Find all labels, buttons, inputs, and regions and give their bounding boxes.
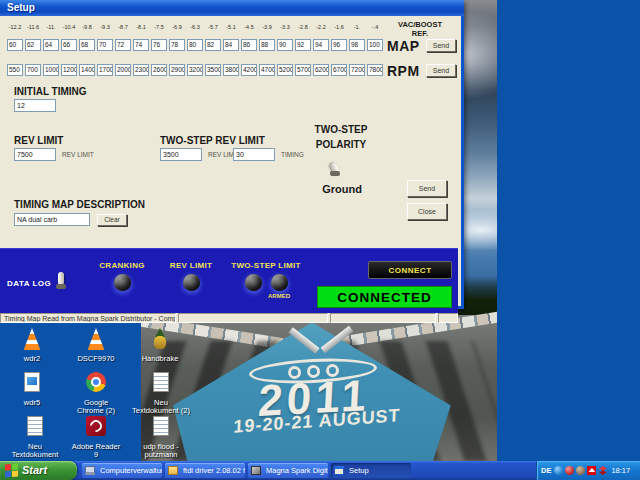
vlc-cone-icon [84,328,108,352]
connect-button[interactable]: CONNECT [368,261,452,279]
rpm-cell-input[interactable]: 550 [7,64,23,76]
rpm-cell-input[interactable]: 5200 [277,64,293,76]
desktop: { "window": { "title": "Setup", "vac_ref… [0,0,640,480]
polarity-toggle-switch[interactable] [327,158,343,178]
taskbar-item-computerverwaltung[interactable]: Computerverwaltung [82,463,162,478]
data-log-toggle-switch[interactable] [53,271,69,291]
map-cell-input[interactable]: 84 [223,39,239,51]
map-cell-input[interactable]: 86 [241,39,257,51]
vac-boost-value: -11.6 [25,24,41,30]
map-cell-input[interactable]: 68 [79,39,95,51]
vac-boost-value: -5.1 [223,24,239,30]
rpm-cell-input[interactable]: 2000 [115,64,131,76]
rpm-cell-input[interactable]: 700 [25,64,41,76]
desktop-icon-neu-textdokument[interactable]: Neu Textdokument [6,416,64,459]
rev-limit-input[interactable]: 7500 [14,148,56,161]
tray-security-icon[interactable] [565,466,574,475]
start-button[interactable]: Start [0,461,77,480]
vac-boost-value: -3.9 [259,24,275,30]
two-step-timing-input[interactable]: 30 [233,148,275,161]
map-cell-input[interactable]: 92 [295,39,311,51]
vac-boost-value: -9.8 [79,24,95,30]
map-cell-input[interactable]: 60 [7,39,23,51]
rpm-cell-input[interactable]: 7200 [349,64,365,76]
send-button[interactable]: Send [407,180,447,197]
rpm-cell-input[interactable]: 2900 [169,64,185,76]
rpm-cell-input[interactable]: 7800 [367,64,383,76]
language-indicator[interactable]: DE [541,466,551,475]
taskbar-clock[interactable]: 18:17 [611,466,630,475]
rpm-send-button[interactable]: Send [426,64,456,77]
tray-app-icon[interactable] [576,466,585,475]
rev-limit-label: REV LIMIT [14,135,63,146]
rpm-cell-input[interactable]: 1000 [43,64,59,76]
map-cell-input[interactable]: 80 [187,39,203,51]
window-titlebar[interactable]: Setup [0,0,464,16]
rpm-cell-input[interactable]: 2300 [133,64,149,76]
status-bar: Timing Map Read from Magna Spark Distrib… [0,313,458,323]
handbrake-pineapple-icon [148,328,172,352]
desktop-icon-wdr5[interactable]: wdr5 [6,372,58,407]
rev-limit-field-label: REV LIMIT [62,151,94,158]
tray-antivirus-icon[interactable] [587,466,596,475]
desktop-icon-handbrake[interactable]: Handbrake [134,328,186,363]
rpm-cell-input[interactable]: 5700 [295,64,311,76]
vac-boost-value: -10.4 [61,24,77,30]
cranking-indicator: CRANKING [86,261,158,291]
vac-boost-value: -8.1 [133,24,149,30]
clear-button[interactable]: Clear [97,214,127,226]
initial-timing-input[interactable]: 12 [14,99,56,112]
rpm-cell-input[interactable]: 1700 [97,64,113,76]
map-cell-input[interactable]: 78 [169,39,185,51]
desktop-icon-google-chrome[interactable]: Google Chrome (2) [70,372,122,415]
map-cell-input[interactable]: 82 [205,39,221,51]
vac-boost-value: -3.3 [277,24,293,30]
rpm-cell-input[interactable]: 3200 [187,64,203,76]
map-row: 6062646668707274767880828486889092949698… [7,39,383,51]
tray-network-activity-icon[interactable] [598,466,607,475]
map-cell-input[interactable]: 96 [331,39,347,51]
rpm-cell-input[interactable]: 4700 [259,64,275,76]
rpm-cell-input[interactable]: 3800 [223,64,239,76]
tray-language-bar-icon[interactable] [554,466,563,475]
map-cell-input[interactable]: 72 [115,39,131,51]
map-cell-input[interactable]: 74 [133,39,149,51]
taskbar-item-setup[interactable]: Setup [331,463,411,478]
map-cell-input[interactable]: 70 [97,39,113,51]
taskbar-item-magna-spark[interactable]: Magna Spark Digital D... [248,463,328,478]
map-cell-input[interactable]: 62 [25,39,41,51]
two-step-led [245,274,262,291]
map-cell-input[interactable]: 64 [43,39,59,51]
rpm-cell-input[interactable]: 4200 [241,64,257,76]
status-message: Timing Map Read from Magna Spark Distrib… [0,313,176,323]
vac-boost-value: -6.9 [169,24,185,30]
map-cell-input[interactable]: 100 [367,39,383,51]
timing-map-description-input[interactable]: NA dual carb [14,213,90,226]
desktop-icon-dscf9970[interactable]: DSCF9970 [70,328,122,363]
map-cell-input[interactable]: 94 [313,39,329,51]
close-button[interactable]: Close [407,203,447,220]
desktop-icon-neu-textdokument-2[interactable]: Neu Textdokument (2) [130,372,192,415]
rpm-cell-input[interactable]: 3500 [205,64,221,76]
document-image-icon [20,372,44,396]
rpm-cell-input[interactable]: 2600 [151,64,167,76]
setup-window-icon [334,466,344,475]
desktop-icon-wdr2[interactable]: wdr2 [6,328,58,363]
rpm-cell-input[interactable]: 1400 [79,64,95,76]
vac-boost-value: -.4 [367,24,383,30]
vac-boost-value: -2.8 [295,24,311,30]
map-send-button[interactable]: Send [426,39,456,52]
rpm-cell-input[interactable]: 6200 [313,64,329,76]
map-cell-input[interactable]: 90 [277,39,293,51]
toggle-base [330,171,340,176]
two-step-rev-input[interactable]: 3500 [160,148,202,161]
map-cell-input[interactable]: 98 [349,39,365,51]
rpm-cell-input[interactable]: 6700 [331,64,347,76]
map-cell-input[interactable]: 88 [259,39,275,51]
map-cell-input[interactable]: 66 [61,39,77,51]
map-cell-input[interactable]: 76 [151,39,167,51]
rpm-cell-input[interactable]: 1200 [61,64,77,76]
taskbar-item-ftdi-driver[interactable]: ftdi driver 2.08.02 fo... [165,463,245,478]
desktop-icon-adobe-reader[interactable]: Adobe Reader 9 [70,416,122,459]
desktop-icon-udp-flood[interactable]: udp flood - putzmann [130,416,192,459]
